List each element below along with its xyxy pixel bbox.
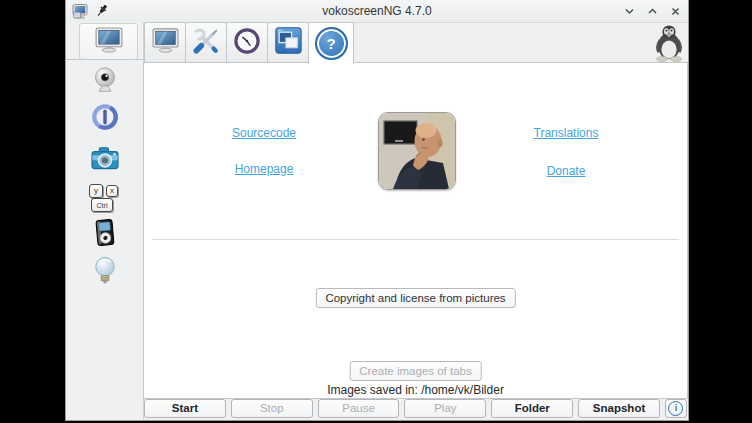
titlebar: vokoscreenNG 4.7.0 [66, 0, 688, 23]
info-button[interactable]: i [665, 399, 687, 418]
snapshot-button[interactable]: Snapshot [578, 399, 660, 418]
webcam-icon [91, 66, 119, 98]
sidebar-item-magnifier[interactable] [87, 255, 123, 291]
sidebar-item-showkeys[interactable]: y x Ctrl [87, 180, 123, 216]
sidebar: y x Ctrl [66, 22, 144, 420]
translations-link[interactable]: Translations [496, 126, 636, 140]
sidebar-item-snapshot[interactable] [87, 143, 123, 179]
shortcut-keys-icon: y x Ctrl [89, 184, 121, 212]
help-question-glyph: ? [326, 36, 335, 51]
window-controls [622, 0, 682, 22]
sourcecode-link[interactable]: Sourcecode [194, 126, 334, 140]
desktop-background: vokoscreenNG 4.7.0 [0, 0, 752, 423]
minimize-button[interactable] [622, 4, 636, 18]
close-button[interactable] [668, 4, 682, 18]
donate-link[interactable]: Donate [496, 164, 636, 178]
start-button[interactable]: Start [144, 399, 226, 418]
help-tab-panel: Sourcecode Homepage Translations Donate [143, 62, 688, 399]
footer-button-row: Start Stop Pause Play Folder Snapshot i [144, 399, 687, 418]
tab-bar: ? [144, 22, 353, 62]
play-button[interactable]: Play [404, 399, 486, 418]
key-ctrl: Ctrl [91, 198, 113, 212]
clock-icon [233, 27, 261, 59]
images-saved-path-text: Images saved in: /home/vk/Bilder [144, 383, 687, 397]
tab-help[interactable]: ? [308, 22, 354, 64]
sidebar-item-player[interactable] [87, 217, 123, 253]
tools-icon [192, 27, 220, 59]
sidebar-item-screen[interactable] [79, 23, 138, 60]
media-player-icon [92, 218, 118, 252]
app-window: vokoscreenNG 4.7.0 [66, 0, 688, 420]
photo-camera-icon [90, 146, 120, 176]
window-title: vokoscreenNG 4.7.0 [66, 4, 688, 18]
create-images-of-tabs-button[interactable]: Create images of tabs [349, 361, 482, 381]
homepage-link[interactable]: Homepage [194, 162, 334, 176]
app-monitor-icon [72, 3, 88, 19]
info-icon: i [668, 401, 683, 416]
content-divider [152, 239, 679, 240]
key-y: y [89, 184, 103, 198]
tux-penguin-icon [652, 24, 686, 66]
pause-ring-icon [90, 102, 120, 136]
stop-button[interactable]: Stop [231, 399, 313, 418]
lightbulb-icon [92, 256, 118, 290]
monitor-icon [152, 28, 179, 57]
folder-button[interactable]: Folder [491, 399, 573, 418]
sidebar-item-halt[interactable] [87, 101, 123, 137]
tab-timer[interactable] [226, 22, 268, 63]
sidebar-divider [66, 59, 143, 60]
copyright-license-button[interactable]: Copyright and license from pictures [315, 288, 515, 308]
pin-icon[interactable] [96, 4, 109, 18]
windows-icon [275, 27, 302, 58]
help-question-icon: ? [315, 27, 348, 60]
developer-portrait-photo [378, 112, 456, 190]
maximize-button[interactable] [645, 4, 659, 18]
tab-screencast[interactable] [144, 22, 186, 63]
pause-button[interactable]: Pause [318, 399, 400, 418]
sidebar-item-webcam[interactable] [87, 64, 123, 100]
tab-tools[interactable] [185, 22, 227, 63]
tab-windows[interactable] [267, 22, 309, 63]
monitor-icon [95, 27, 123, 57]
key-x: x [106, 185, 118, 197]
